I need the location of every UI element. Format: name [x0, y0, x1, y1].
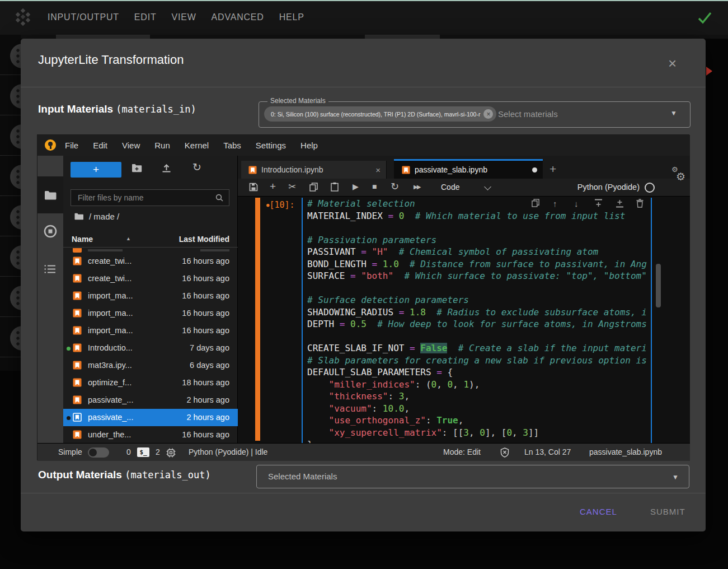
new-tab-icon[interactable]: +: [549, 162, 556, 176]
kernel-chip-icon[interactable]: [166, 448, 176, 458]
delete-cell-icon[interactable]: [636, 199, 644, 208]
copy-cells-icon[interactable]: [309, 183, 318, 192]
insert-cell-above-icon[interactable]: [594, 199, 603, 208]
kernel-status-text[interactable]: Python (Pyodide) | Idle: [189, 447, 267, 456]
chip-remove-icon[interactable]: ×: [483, 109, 493, 119]
input-materials-var: (materials_in): [116, 104, 196, 115]
file-row[interactable]: under_the...16 hours ago: [63, 426, 238, 443]
code-line: [307, 330, 652, 343]
code-lines[interactable]: # Material selectionMATERIAL_INDEX = 0 #…: [307, 198, 652, 443]
refresh-icon[interactable]: ↻: [192, 161, 201, 174]
column-last-modified[interactable]: Last Modified: [179, 235, 229, 244]
restart-run-all-icon[interactable]: ▶▶: [414, 184, 420, 190]
insert-cell-below-icon[interactable]: [616, 199, 624, 208]
tab-introduction-ipynb[interactable]: Introduction.ipynb ×: [241, 161, 387, 179]
new-launcher-button[interactable]: +: [71, 162, 121, 178]
cancel-button[interactable]: CANCEL: [580, 507, 617, 516]
submit-button[interactable]: SUBMIT: [650, 507, 685, 516]
jupyter-menu-settings[interactable]: Settings: [256, 141, 286, 150]
app-menu-help[interactable]: HELP: [279, 12, 304, 22]
file-row[interactable]: optimize_f...18 hours ago: [63, 374, 238, 391]
cursor-position[interactable]: Ln 13, Col 27: [524, 447, 571, 456]
app-menu-input-output[interactable]: INPUT/OUTPUT: [48, 12, 119, 22]
file-modified: 16 hours ago: [182, 256, 229, 265]
notebook-icon: [73, 291, 82, 300]
run-cell-icon[interactable]: ▶: [353, 182, 359, 191]
cut-cells-icon[interactable]: ✂: [288, 181, 296, 193]
scrollbar-thumb[interactable]: [656, 264, 661, 307]
file-modified: 6 days ago: [190, 361, 229, 370]
jupyter-menu-edit[interactable]: Edit: [93, 141, 107, 150]
unsaved-dot-icon[interactable]: [532, 167, 537, 172]
output-materials-var: (materials_out): [125, 469, 211, 481]
file-row[interactable]: create_twi...16 hours ago: [63, 270, 238, 287]
file-row[interactable]: create_twi...16 hours ago: [63, 253, 238, 270]
notebook-icon: [73, 378, 82, 387]
kernel-status-icon[interactable]: [645, 183, 655, 193]
move-cell-up-icon[interactable]: ↑: [553, 199, 557, 208]
kernel-name[interactable]: Python (Pyodide): [577, 183, 640, 192]
input-materials-label: Input Materials (materials_in): [38, 103, 196, 115]
terminals-count[interactable]: 0: [126, 447, 131, 456]
folder-icon: [74, 213, 84, 220]
file-row[interactable]: passivate_...2 hours ago: [63, 391, 238, 409]
running-kernels-icon[interactable]: [44, 225, 57, 238]
mode-indicator[interactable]: Mode: Edit: [443, 447, 481, 456]
folder-icon[interactable]: [44, 190, 57, 200]
chevron-down-icon[interactable]: [484, 183, 491, 190]
tab-passivate-slab-ipynb[interactable]: passivate_slab.ipynb: [394, 159, 543, 179]
active-cell-indicator[interactable]: [255, 198, 260, 441]
jupyter-menu-tabs[interactable]: Tabs: [223, 141, 241, 150]
cell-type-dropdown[interactable]: Code: [441, 183, 459, 192]
output-materials-select[interactable]: Selected Materials ▼: [256, 465, 689, 488]
code-line: "vacuum": 10.0,: [307, 403, 652, 415]
app-menu-view[interactable]: VIEW: [171, 12, 196, 22]
file-row[interactable]: passivate_...2 hours ago: [63, 409, 238, 426]
file-row[interactable]: import_ma...16 hours ago: [63, 305, 238, 322]
material-chip[interactable]: 0: Si, Silicon (100) surface (reconstruc…: [264, 106, 496, 122]
chevron-down-icon[interactable]: ▼: [672, 473, 679, 481]
column-name[interactable]: Name: [72, 235, 93, 244]
dialog-close-icon[interactable]: ×: [668, 56, 677, 71]
restart-kernel-icon[interactable]: ↻: [391, 180, 399, 193]
move-cell-down-icon[interactable]: ↓: [574, 199, 579, 208]
jupyter-menu-kernel[interactable]: Kernel: [185, 141, 209, 150]
tab-label: passivate_slab.ipynb: [415, 165, 487, 174]
file-name: passivate_...: [88, 413, 133, 422]
kernels-count[interactable]: 2: [156, 447, 160, 456]
file-modified: 16 hours ago: [182, 430, 229, 439]
jupyter-menu-run[interactable]: Run: [154, 141, 170, 150]
file-row[interactable]: mat3ra.ipy...6 days ago: [63, 357, 238, 374]
jupyter-menu-view[interactable]: View: [122, 141, 140, 150]
app-menu-edit[interactable]: EDIT: [134, 12, 157, 22]
filter-files-input[interactable]: Filter files by name: [71, 189, 229, 206]
file-browser: + ↻ Filter files by name / made /: [63, 156, 238, 443]
file-row[interactable]: Introductio...7 days ago: [63, 339, 238, 357]
terminal-icon[interactable]: $_: [137, 447, 149, 457]
chevron-down-icon[interactable]: ▼: [670, 109, 677, 117]
app-logo-icon[interactable]: [13, 8, 32, 27]
jupyterlite-transformation-dialog: JupyterLite Transformation × Input Mater…: [21, 39, 706, 531]
app-menu-advanced[interactable]: ADVANCED: [212, 12, 264, 22]
duplicate-cell-icon[interactable]: [532, 199, 539, 207]
shield-icon[interactable]: [500, 447, 509, 458]
statusbar-filename[interactable]: passivate_slab.ipynb: [589, 447, 662, 456]
check-icon[interactable]: [697, 10, 712, 25]
new-folder-icon[interactable]: [131, 164, 142, 172]
file-row[interactable]: import_ma...16 hours ago: [63, 287, 238, 305]
jupyter-menu-file[interactable]: File: [65, 141, 78, 150]
table-of-contents-icon[interactable]: [44, 264, 56, 274]
add-cell-icon[interactable]: +: [270, 180, 276, 193]
upload-icon[interactable]: [162, 163, 171, 172]
stop-kernel-icon[interactable]: ■: [372, 182, 377, 191]
jupyter-menu-help[interactable]: Help: [300, 141, 318, 150]
simple-mode-toggle[interactable]: [88, 447, 109, 458]
sort-ascending-icon[interactable]: ▲: [126, 236, 131, 241]
select-materials-placeholder: Select materials: [498, 109, 558, 119]
file-row[interactable]: import_ma...16 hours ago: [63, 322, 238, 339]
save-icon[interactable]: [249, 183, 258, 192]
tab-close-icon[interactable]: ×: [375, 165, 381, 175]
breadcrumb[interactable]: / made /: [74, 212, 119, 221]
output-materials-text: Output Materials: [38, 469, 122, 481]
paste-cells-icon[interactable]: [331, 182, 339, 192]
